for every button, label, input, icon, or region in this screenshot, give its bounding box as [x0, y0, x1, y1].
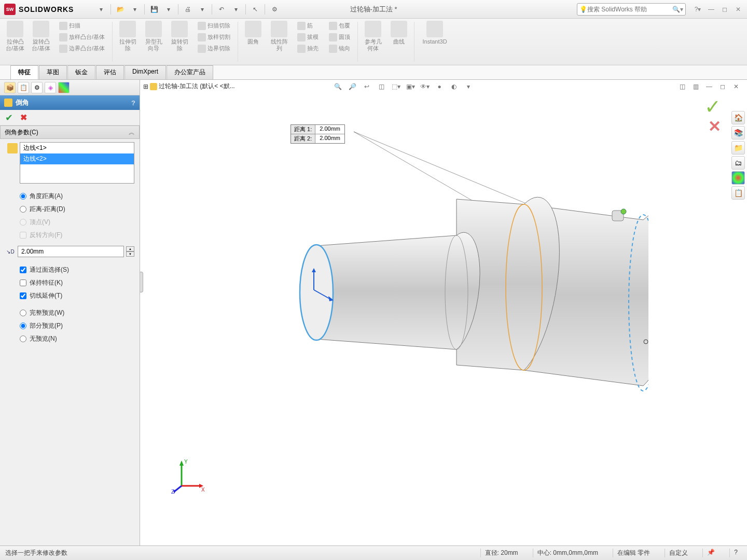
scene-icon[interactable]: ◐ [448, 81, 460, 92]
revolve-cut-button[interactable]: 旋转切 除 [167, 20, 192, 64]
open-dropdown-icon[interactable]: ▾ [128, 3, 142, 16]
appearances-icon[interactable] [731, 171, 745, 185]
display-style-icon[interactable]: ▣▾ [405, 81, 416, 92]
prev-view-icon[interactable]: ↩ [361, 81, 372, 92]
status-custom[interactable]: 自定义 [665, 549, 692, 557]
flyout-handle[interactable]: ⋮ [140, 272, 143, 292]
vp-minimize-icon[interactable]: — [703, 81, 715, 92]
cancel-icon[interactable]: ✖ [20, 113, 27, 122]
edge-item-2[interactable]: 边线<2> [20, 153, 134, 164]
check-through-face[interactable]: 通过面选择(S) [20, 263, 134, 276]
spinner-up-icon[interactable]: ▲ [126, 246, 134, 251]
appearance-icon[interactable]: ● [434, 81, 445, 92]
zoom-area-icon[interactable]: 🔎 [347, 81, 358, 92]
open-icon[interactable]: 📂 [114, 3, 127, 16]
search-box[interactable]: 💡 🔍▾ [577, 3, 686, 16]
tab-sketch[interactable]: 草图 [39, 65, 67, 79]
radio-no-preview[interactable]: 无预览(N) [20, 332, 134, 345]
print-icon[interactable]: 🖨 [181, 3, 195, 16]
section-view-icon[interactable]: ◫ [376, 81, 387, 92]
save-icon[interactable]: 💾 [147, 3, 161, 16]
mirror-button[interactable]: 镜向 [327, 44, 352, 54]
radio-full-preview[interactable]: 完整预览(W) [20, 306, 134, 319]
shell-button[interactable]: 抽壳 [295, 44, 321, 54]
rebuild-icon[interactable]: ▾ [229, 3, 243, 16]
loft-boss-button[interactable]: 放样凸台/基体 [57, 32, 107, 43]
file-explorer-icon[interactable]: 📁 [731, 141, 745, 155]
status-help-icon[interactable]: ? [729, 549, 742, 557]
options-icon[interactable]: ⚙ [268, 3, 281, 16]
close-icon[interactable]: ✕ [734, 5, 743, 14]
search-input[interactable] [587, 6, 672, 13]
status-pin-icon[interactable]: 📌 [702, 549, 719, 557]
expand-icon[interactable]: ⊞ [143, 83, 148, 90]
dimxpert-tab-icon[interactable]: ◈ [45, 82, 56, 93]
vp-tile-icon[interactable]: ◫ [676, 81, 688, 92]
rib-button[interactable]: 筋 [295, 21, 321, 31]
sweep-button[interactable]: 扫描 [57, 21, 107, 31]
confirm-check-icon[interactable]: ✓ [704, 95, 721, 118]
minimize-icon[interactable]: — [707, 5, 716, 14]
config-tab-icon[interactable]: ⚙ [31, 82, 43, 93]
boundary-cut-button[interactable]: 边界切除 [196, 44, 232, 54]
radio-distance-distance[interactable]: 距离-距离(D) [20, 203, 134, 216]
extrude-cut-button[interactable]: 拉伸切 除 [115, 20, 141, 64]
print-dropdown-icon[interactable]: ▾ [196, 3, 209, 16]
chamfer-params-header[interactable]: 倒角参数(C) ︽ [0, 125, 140, 139]
boundary-boss-button[interactable]: 边界凸台/基体 [57, 44, 107, 54]
vp-tile2-icon[interactable]: ▥ [690, 81, 701, 92]
radio-partial-preview[interactable]: 部分预览(P) [20, 319, 134, 332]
confirm-cancel-icon[interactable]: ✕ [708, 117, 721, 135]
ok-icon[interactable]: ✔ [5, 112, 13, 123]
extrude-boss-button[interactable]: 拉伸凸 台/基体 [2, 20, 28, 64]
radio-angle-distance[interactable]: 角度距离(A) [20, 190, 134, 203]
distance-input[interactable] [18, 246, 124, 257]
tab-office[interactable]: 办公室产品 [167, 65, 213, 79]
appearance-tab-icon[interactable] [58, 82, 70, 93]
wrap-button[interactable]: 包覆 [327, 21, 352, 31]
dome-button[interactable]: 圆顶 [327, 32, 352, 43]
tab-sheetmetal[interactable]: 钣金 [67, 65, 95, 79]
tab-features[interactable]: 特征 [10, 65, 38, 79]
check-tangent-prop[interactable]: 切线延伸(T) [20, 289, 134, 302]
edge-item-1[interactable]: 边线<1> [20, 143, 134, 153]
custom-props-icon[interactable]: 📋 [731, 186, 745, 200]
check-keep-feature[interactable]: 保持特征(K) [20, 276, 134, 289]
view-orientation-icon[interactable]: ⬚▾ [390, 81, 402, 92]
draft-button[interactable]: 拔模 [295, 32, 321, 43]
new-file-icon[interactable]: ▾ [94, 3, 108, 16]
curves-button[interactable]: 曲线 [386, 20, 412, 64]
design-library-icon[interactable]: 📚 [731, 126, 745, 139]
hide-show-icon[interactable]: 👁▾ [419, 81, 431, 92]
select-icon[interactable]: ↖ [248, 3, 262, 16]
maximize-icon[interactable]: ◻ [720, 5, 729, 14]
view-palette-icon[interactable]: 🗂 [731, 156, 745, 170]
breadcrumb[interactable]: ⊞ 过轮轴-加工法 (默认< <默... [143, 82, 235, 91]
zoom-fit-icon[interactable]: 🔍 [332, 81, 343, 92]
linear-pattern-button[interactable]: 线性阵 列 [266, 20, 292, 64]
search-icon[interactable]: 🔍▾ [672, 6, 683, 13]
help-icon[interactable]: ?▾ [693, 5, 702, 14]
home-icon[interactable]: 🏠 [731, 111, 745, 124]
collapse-icon[interactable]: ︽ [129, 128, 135, 137]
fillet-button[interactable]: 圆角 [240, 20, 266, 64]
revolve-boss-button[interactable]: 旋转凸 台/基体 [28, 20, 54, 64]
instant3d-button[interactable]: Instant3D [417, 20, 453, 64]
view-settings-icon[interactable]: ▾ [463, 81, 474, 92]
spinner-down-icon[interactable]: ▼ [126, 251, 134, 257]
tab-dimxpert[interactable]: DimXpert [125, 65, 166, 79]
tab-evaluate[interactable]: 评估 [96, 65, 124, 79]
sweep-cut-button[interactable]: 扫描切除 [196, 21, 232, 31]
ref-geom-button[interactable]: 参考几 何体 [360, 20, 386, 64]
undo-icon[interactable]: ↶ [215, 3, 228, 16]
loft-cut-button[interactable]: 放样切割 [196, 32, 232, 43]
feature-help-icon[interactable]: ? [131, 99, 135, 107]
feature-tree-tab-icon[interactable]: 📦 [4, 82, 16, 93]
save-dropdown-icon[interactable]: ▾ [162, 3, 175, 16]
vp-maximize-icon[interactable]: ◻ [717, 81, 728, 92]
vp-close-icon[interactable]: ✕ [730, 81, 742, 92]
3d-viewport[interactable]: ⋮ ⊞ 过轮轴-加工法 (默认< <默... 🔍 🔎 ↩ ◫ ⬚▾ ▣▾ 👁▾ … [140, 80, 747, 545]
hole-wizard-button[interactable]: 异型孔 向导 [141, 20, 167, 64]
orientation-triad[interactable]: Y X Z [171, 457, 208, 494]
property-tab-icon[interactable]: 📋 [18, 82, 29, 93]
